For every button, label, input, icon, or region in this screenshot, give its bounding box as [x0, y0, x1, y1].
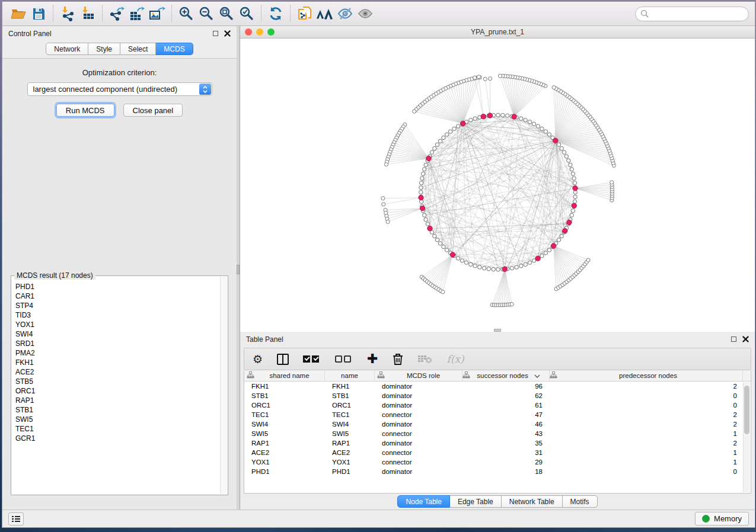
criterion-select[interactable]: largest connected component (undirected) [27, 82, 212, 96]
table-row[interactable]: PHD1PHD1dominator180 [244, 467, 743, 476]
show-columns-icon[interactable] [277, 352, 289, 366]
apply-layout-icon[interactable] [266, 4, 286, 23]
tab-network[interactable]: Network [46, 43, 88, 55]
horizontal-splitter-handle[interactable] [494, 329, 501, 332]
tab-mcds[interactable]: MCDS [156, 43, 193, 55]
tab-motifs[interactable]: Motifs [563, 495, 598, 508]
table-panel: Table Panel ⚙ ✚ [240, 332, 755, 509]
mcds-result-item[interactable]: TID3 [12, 310, 220, 320]
sort-desc-icon [532, 372, 542, 379]
float-table-panel-icon[interactable] [731, 336, 736, 342]
zoom-in-icon[interactable] [176, 4, 196, 23]
zoom-selected-icon[interactable] [237, 4, 257, 23]
import-network-icon[interactable] [58, 4, 78, 23]
search-field[interactable] [635, 7, 749, 21]
zoom-fit-icon[interactable] [216, 4, 237, 23]
table-cell: SWI5 [325, 430, 375, 437]
column-header-MCDS-role[interactable]: MCDS role [375, 370, 462, 381]
table-row[interactable]: RAP1RAP1dominator352 [244, 438, 743, 448]
table-cell: dominator [375, 383, 462, 390]
table-row[interactable]: FKH1FKH1dominator962 [244, 382, 743, 391]
table-cell: TEC1 [325, 411, 375, 418]
tab-node-table[interactable]: Node Table [397, 495, 450, 508]
table-options-icon[interactable]: ⚙ [253, 352, 263, 366]
mcds-result-item[interactable]: STB1 [12, 405, 220, 415]
deselect-all-icon[interactable] [335, 352, 353, 366]
task-history-button[interactable] [8, 512, 24, 525]
table-cell: connector [375, 430, 462, 437]
create-column-icon[interactable]: ✚ [367, 352, 378, 366]
run-mcds-button[interactable]: Run MCDS [56, 104, 114, 117]
mcds-result-item[interactable]: RAP1 [12, 396, 220, 405]
mcds-list-scrollbar[interactable] [220, 277, 227, 494]
table-row[interactable]: ORC1ORC1dominator610 [244, 400, 743, 410]
float-panel-icon[interactable] [213, 31, 218, 36]
mcds-result-item[interactable]: CAR1 [12, 291, 220, 301]
close-panel-icon[interactable] [224, 30, 231, 37]
mcds-result-item[interactable]: STP4 [12, 301, 220, 310]
column-header-shared-name[interactable]: shared name [244, 370, 325, 381]
tab-network-table[interactable]: Network Table [502, 495, 563, 508]
network-graph [240, 39, 755, 332]
export-image-icon[interactable] [147, 4, 167, 23]
search-input[interactable] [652, 9, 744, 18]
table-cell: dominator [375, 440, 462, 447]
memory-button[interactable]: Memory [695, 512, 749, 525]
mcds-result-item[interactable]: SWI5 [12, 415, 220, 424]
mcds-result-item[interactable]: SRD1 [12, 339, 220, 348]
table-cell: SWI4 [325, 421, 375, 428]
column-header-successor-nodes[interactable]: successor nodes [462, 370, 550, 381]
table-scrollbar[interactable] [743, 382, 750, 492]
tab-style[interactable]: Style [88, 43, 120, 55]
import-table-icon[interactable] [78, 4, 98, 23]
mcds-result-item[interactable]: ORC1 [12, 386, 220, 396]
network-window-titlebar[interactable]: YPA_prune.txt_1 [240, 26, 755, 39]
optimization-criterion-label: Optimization criterion: [2, 68, 237, 77]
table-cell: 43 [462, 430, 550, 437]
mcds-result-item[interactable]: PHD1 [12, 282, 220, 291]
clone-network-icon[interactable] [295, 4, 315, 23]
table-scrollbar-thumb[interactable] [744, 386, 749, 434]
status-bar: Memory [2, 509, 755, 527]
network-view-window: YPA_prune.txt_1 [240, 26, 755, 332]
delete-columns-icon[interactable] [392, 352, 404, 366]
cytoscape-window: Control Panel Network Style Select MCDS … [2, 1, 755, 528]
table-row[interactable]: SWI4SWI4dominator462 [244, 419, 743, 429]
table-cell: SWI5 [244, 430, 325, 437]
table-cell: 1 [550, 459, 743, 466]
tab-select[interactable]: Select [120, 43, 156, 55]
tab-edge-table[interactable]: Edge Table [450, 495, 502, 508]
mcds-result-item[interactable]: TEC1 [12, 424, 220, 434]
close-panel-button[interactable]: Close panel [123, 104, 183, 117]
save-session-icon[interactable] [28, 4, 49, 23]
column-header-name[interactable]: name [325, 370, 375, 381]
column-header-predecessor-nodes[interactable]: predecessor nodes [550, 370, 743, 381]
list-icon [12, 516, 20, 517]
export-table-icon[interactable] [127, 4, 147, 23]
table-row[interactable]: ACE2ACE2connector311 [244, 448, 743, 457]
table-row[interactable]: TEC1TEC1connector472 [244, 410, 743, 419]
mcds-result-item[interactable]: GCR1 [12, 434, 220, 443]
mcds-result-item[interactable]: PMA2 [12, 348, 220, 358]
first-neighbors-icon[interactable] [315, 4, 335, 23]
network-canvas[interactable] [240, 39, 755, 332]
open-session-icon[interactable] [8, 4, 28, 23]
hide-selected-icon[interactable] [335, 4, 355, 23]
show-graphics-details-icon[interactable] [355, 4, 375, 23]
mcds-result-item[interactable]: ACE2 [12, 367, 220, 377]
mcds-result-item[interactable]: SWI4 [12, 329, 220, 339]
table-cell: 0 [550, 402, 743, 409]
table-cell: 62 [462, 392, 550, 399]
table-row[interactable]: YOX1YOX1connector291 [244, 457, 743, 467]
mcds-result-item[interactable]: STB5 [12, 377, 220, 386]
select-all-icon[interactable] [303, 352, 321, 366]
table-row[interactable]: SWI5SWI5connector431 [244, 429, 743, 438]
mcds-result-item[interactable]: YOX1 [12, 320, 220, 329]
close-table-panel-icon[interactable] [742, 336, 749, 342]
export-network-icon[interactable] [107, 4, 127, 23]
table-cell: ORC1 [325, 402, 375, 409]
mcds-result-item[interactable]: FKH1 [12, 358, 220, 367]
table-header-row: shared namenameMCDS rolesuccessor nodesp… [244, 370, 751, 382]
zoom-out-icon[interactable] [196, 4, 216, 23]
table-row[interactable]: STB1STB1dominator620 [244, 391, 743, 400]
